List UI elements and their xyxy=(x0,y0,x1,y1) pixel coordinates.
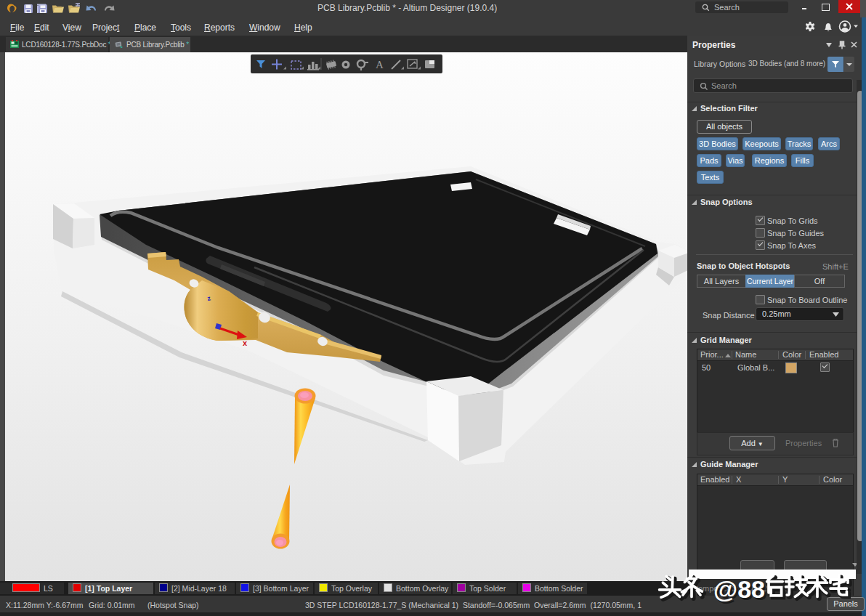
svg-text:x: x xyxy=(243,339,248,347)
svg-text:A: A xyxy=(376,59,384,70)
svg-text:@88: @88 xyxy=(713,575,765,603)
